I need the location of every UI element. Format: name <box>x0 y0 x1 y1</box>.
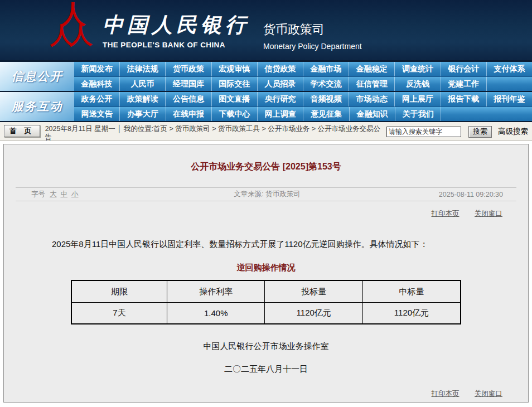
bank-name-block: 中国人民银行 THE PEOPLE'S BANK OF CHINA <box>103 11 250 49</box>
search-button[interactable]: 搜索 <box>468 126 492 138</box>
nav-item-online-filing[interactable]: 在线申报 <box>166 107 211 121</box>
signature: 中国人民银行公开市场业务操作室 <box>4 341 528 352</box>
search-area: 搜索 高级搜索 <box>386 125 528 138</box>
article-meta-bar: 字号 大 中 小 文章来源: 货币政策司 2025-08-11 09:20:30 <box>16 187 516 201</box>
col-header-awarded-amount: 中标量 <box>362 280 461 302</box>
home-button[interactable]: 首 页 <box>4 125 40 137</box>
nav-section-info: 信息公开 新闻发布 法律法规 货币政策 宏观审慎 信贷政策 金融市场 金融稳定 … <box>0 62 532 91</box>
nav-item-bank-accounting[interactable]: 银行会计 <box>441 62 486 76</box>
nav-empty <box>486 77 532 91</box>
breadcrumb-bar: 首 页 2025年8月11日 星期一 │ 我的位置:首页 > 货币政策司 > 货… <box>0 122 532 141</box>
nav-empty <box>487 107 532 121</box>
cell-rate: 1.40% <box>167 302 265 324</box>
nav-item-credit-info[interactable]: 征信管理 <box>349 77 394 91</box>
col-header-tenor: 期限 <box>71 280 167 302</box>
print-page-link[interactable]: 打印本页 <box>432 390 460 398</box>
nav-item-recruitment[interactable]: 人员招录 <box>257 77 303 91</box>
nav-item-periodicals[interactable]: 报刊年鉴 <box>486 92 532 106</box>
nav-item-policy-interpretation[interactable]: 政策解读 <box>119 92 165 106</box>
cell-tenor: 7天 <box>71 302 167 324</box>
current-date: 2025年8月11日 星期一 <box>45 125 115 133</box>
nav-label-info-disclosure[interactable]: 信息公开 <box>0 62 74 91</box>
nav-item-statistics[interactable]: 调查统计 <box>394 62 440 76</box>
nav-item-financial-knowledge[interactable]: 金融知识 <box>349 107 395 121</box>
nav-item-international[interactable]: 国际交往 <box>211 77 257 91</box>
nav-item-macroprudential[interactable]: 宏观审慎 <box>211 62 257 76</box>
nav-item-laws[interactable]: 法律法规 <box>119 62 165 76</box>
nav-row: 新闻发布 法律法规 货币政策 宏观审慎 信贷政策 金融市场 金融稳定 调查统计 … <box>74 62 532 76</box>
nav-item-party-building[interactable]: 党建工作 <box>441 77 486 91</box>
font-size-controls: 字号 大 中 小 <box>16 190 188 199</box>
nav-row: 网送文告 办事大厅 在线申报 下载中心 网上调查 意见征集 金融知识 关于我们 <box>74 106 532 121</box>
font-size-large-link[interactable]: 大 <box>50 190 57 199</box>
nav-item-fintech[interactable]: 金融科技 <box>74 77 119 91</box>
table-row: 7天 1.40% 1120亿元 1120亿元 <box>71 302 461 324</box>
nav-item-financial-markets[interactable]: 金融市场 <box>303 62 349 76</box>
bank-name-en: THE PEOPLE'S BANK OF CHINA <box>103 41 250 49</box>
nav-item-gov-affairs[interactable]: 政务公开 <box>74 92 119 106</box>
nav-item-about-us[interactable]: 关于我们 <box>395 107 441 121</box>
article-actions-bottom: 打印本页 关闭窗口 <box>4 389 528 399</box>
nav-menu-services: 政务公开 政策解读 公告信息 图文直播 央行研究 音频视频 市场动态 网上展厅 … <box>74 92 532 121</box>
table-header-row: 期限 操作利率 投标量 中标量 <box>71 280 461 302</box>
nav-item-central-bank-research[interactable]: 央行研究 <box>257 92 303 106</box>
nav-row: 金融科技 人民币 经理国库 国际交往 人员招录 学术交流 征信管理 反洗钱 党建… <box>74 76 532 91</box>
font-size-medium-link[interactable]: 中 <box>61 190 68 199</box>
nav-item-download-center[interactable]: 下载中心 <box>211 107 257 121</box>
nav-item-report-download[interactable]: 报告下载 <box>441 92 486 106</box>
reverse-repo-table: 期限 操作利率 投标量 中标量 7天 1.40% 1120亿元 1120亿元 <box>71 280 461 324</box>
breadcrumb-divider: │ <box>117 125 122 133</box>
search-input[interactable] <box>386 127 461 137</box>
nav-item-payment-systems[interactable]: 支付体系 <box>486 62 532 76</box>
main-nav: 信息公开 新闻发布 法律法规 货币政策 宏观审慎 信贷政策 金融市场 金融稳定 … <box>0 60 532 122</box>
advanced-search-link[interactable]: 高级搜索 <box>498 127 528 137</box>
cell-bid-amount: 1120亿元 <box>265 302 363 324</box>
nav-item-market-trends[interactable]: 市场动态 <box>349 92 394 106</box>
font-size-small-link[interactable]: 小 <box>71 190 79 199</box>
cell-awarded-amount: 1120亿元 <box>362 302 461 324</box>
font-size-label: 字号 <box>31 190 45 199</box>
nav-item-online-exhibition[interactable]: 网上展厅 <box>394 92 440 106</box>
page-title: 公开市场业务交易公告 [2025]第153号 <box>4 161 528 173</box>
nav-item-online-documents[interactable]: 网送文告 <box>74 107 119 121</box>
article-actions-top: 打印本页 关闭窗口 <box>4 209 528 219</box>
department-block: 货币政策司 Monetary Policy Department <box>263 21 362 51</box>
nav-item-anti-money-laundering[interactable]: 反洗钱 <box>394 77 440 91</box>
nav-item-financial-stability[interactable]: 金融稳定 <box>349 62 394 76</box>
nav-item-online-survey[interactable]: 网上调查 <box>257 107 303 121</box>
nav-item-treasury[interactable]: 经理国库 <box>165 77 211 91</box>
nav-item-credit-policy[interactable]: 信贷政策 <box>257 62 303 76</box>
close-window-link[interactable]: 关闭窗口 <box>475 390 502 398</box>
article-panel: 公开市场业务交易公告 [2025]第153号 字号 大 中 小 文章来源: 货币… <box>3 144 529 403</box>
department-name-en: Monetary Policy Department <box>263 42 362 51</box>
nav-item-solicit-opinions[interactable]: 意见征集 <box>303 107 349 121</box>
article-timestamp: 2025-08-11 09:20:30 <box>346 191 516 198</box>
print-page-link[interactable]: 打印本页 <box>432 210 460 217</box>
nav-empty <box>441 107 486 121</box>
site-header: 人 人 人 中国人民银行 THE PEOPLE'S BANK OF CHINA … <box>0 0 532 60</box>
nav-item-news[interactable]: 新闻发布 <box>74 62 119 76</box>
table-title: 逆回购操作情况 <box>4 263 528 273</box>
nav-item-renminbi[interactable]: 人民币 <box>119 77 165 91</box>
nav-item-live-broadcast[interactable]: 图文直播 <box>211 92 257 106</box>
nav-menu-info: 新闻发布 法律法规 货币政策 宏观审慎 信贷政策 金融市场 金融稳定 调查统计 … <box>74 62 532 91</box>
breadcrumb: 2025年8月11日 星期一 │ 我的位置:首页 > 货币政策司 > 货币政策工… <box>45 124 386 142</box>
department-name-cn: 货币政策司 <box>263 21 362 38</box>
nav-section-services: 服务互动 政务公开 政策解读 公告信息 图文直播 央行研究 音频视频 市场动态 … <box>0 91 532 121</box>
article-body: 2025年8月11日中国人民银行以固定利率、数量招标方式开展了1120亿元逆回购… <box>35 238 497 250</box>
col-header-rate: 操作利率 <box>167 280 265 302</box>
nav-item-monetary-policy[interactable]: 货币政策 <box>165 62 211 76</box>
nav-item-audio-video[interactable]: 音频视频 <box>303 92 349 106</box>
nav-item-announcements[interactable]: 公告信息 <box>165 92 211 106</box>
nav-item-academic-exchange[interactable]: 学术交流 <box>303 77 349 91</box>
article-source: 文章来源: 货币政策司 <box>188 190 346 199</box>
bank-name-cn: 中国人民银行 <box>103 11 250 39</box>
signature-date: 二〇二五年八月十一日 <box>4 364 528 375</box>
nav-label-services-interaction[interactable]: 服务互动 <box>0 92 74 121</box>
pbc-logo-icon: 人 人 人 <box>52 7 91 54</box>
nav-item-service-hall[interactable]: 办事大厅 <box>119 107 165 121</box>
logo-glyph-right: 人 <box>69 23 93 47</box>
nav-row: 政务公开 政策解读 公告信息 图文直播 央行研究 音频视频 市场动态 网上展厅 … <box>74 92 532 106</box>
col-header-bid-amount: 投标量 <box>265 280 363 302</box>
close-window-link[interactable]: 关闭窗口 <box>475 210 502 217</box>
